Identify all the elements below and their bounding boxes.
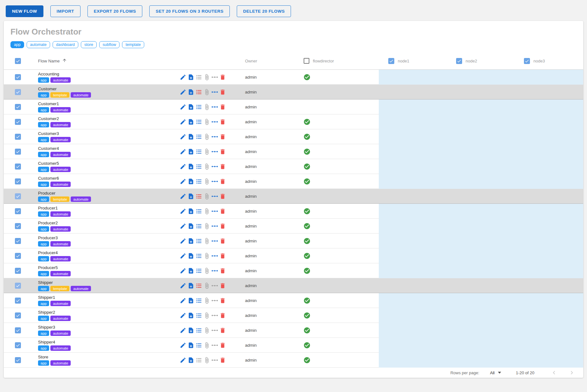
attachment-icon[interactable] [203, 208, 210, 215]
note-add-icon[interactable] [187, 312, 195, 319]
edit-icon[interactable] [179, 342, 187, 349]
row-checkbox[interactable] [15, 283, 21, 289]
attachment-icon[interactable] [203, 357, 210, 364]
row-checkbox[interactable] [15, 74, 21, 80]
new-flow-button[interactable]: NEW FLOW [6, 5, 43, 17]
row-checkbox[interactable] [15, 298, 21, 304]
commit-icon[interactable] [211, 88, 218, 96]
note-add-icon[interactable] [187, 237, 195, 245]
edit-icon[interactable] [179, 74, 187, 81]
row-checkbox[interactable] [15, 253, 21, 259]
delete-icon[interactable] [219, 237, 226, 245]
row-checkbox[interactable] [15, 149, 21, 155]
delete-icon[interactable] [219, 312, 226, 319]
delete-icon[interactable] [219, 282, 226, 289]
list-icon[interactable] [195, 327, 203, 334]
edit-icon[interactable] [179, 88, 187, 96]
row-checkbox[interactable] [15, 164, 21, 170]
edit-icon[interactable] [179, 267, 187, 274]
row-checkbox[interactable] [15, 89, 21, 95]
delete-icon[interactable] [219, 297, 226, 304]
list-icon[interactable] [195, 252, 203, 260]
note-add-icon[interactable] [187, 118, 195, 125]
attachment-icon[interactable] [203, 282, 210, 289]
note-add-icon[interactable] [187, 133, 195, 140]
commit-icon[interactable] [211, 74, 218, 81]
list-icon[interactable] [195, 282, 203, 289]
delete-icon[interactable] [219, 178, 226, 185]
delete-icon[interactable] [219, 357, 226, 364]
rows-per-page-select[interactable]: All [490, 370, 501, 375]
commit-icon[interactable] [211, 133, 218, 140]
list-icon[interactable] [195, 88, 203, 96]
commit-icon[interactable] [211, 208, 218, 215]
node2-checkbox[interactable] [456, 58, 462, 64]
commit-icon[interactable] [211, 193, 218, 200]
delete-icon[interactable] [219, 208, 226, 215]
list-icon[interactable] [195, 237, 203, 245]
delete-icon[interactable] [219, 193, 226, 200]
filter-chip-template[interactable]: template [122, 41, 144, 48]
edit-icon[interactable] [179, 297, 187, 304]
list-icon[interactable] [195, 118, 203, 125]
row-checkbox[interactable] [15, 208, 21, 214]
note-add-icon[interactable] [187, 327, 195, 334]
filter-chip-automate[interactable]: automate [27, 41, 50, 48]
attachment-icon[interactable] [203, 118, 210, 125]
attachment-icon[interactable] [203, 267, 210, 274]
delete-icon[interactable] [219, 327, 226, 334]
row-checkbox[interactable] [15, 223, 21, 229]
commit-icon[interactable] [211, 327, 218, 334]
commit-icon[interactable] [211, 148, 218, 155]
next-page-button[interactable] [568, 369, 576, 376]
delete-icon[interactable] [219, 103, 226, 111]
note-add-icon[interactable] [187, 103, 195, 111]
commit-icon[interactable] [211, 252, 218, 260]
edit-icon[interactable] [179, 312, 187, 319]
edit-icon[interactable] [179, 282, 187, 289]
edit-icon[interactable] [179, 163, 187, 170]
list-icon[interactable] [195, 208, 203, 215]
note-add-icon[interactable] [187, 148, 195, 155]
row-checkbox[interactable] [15, 193, 21, 199]
row-checkbox[interactable] [15, 268, 21, 274]
commit-icon[interactable] [211, 312, 218, 319]
attachment-icon[interactable] [203, 148, 210, 155]
list-icon[interactable] [195, 297, 203, 304]
node3-checkbox[interactable] [524, 58, 530, 64]
note-add-icon[interactable] [187, 88, 195, 96]
row-checkbox[interactable] [15, 357, 21, 363]
edit-icon[interactable] [179, 148, 187, 155]
edit-icon[interactable] [179, 118, 187, 125]
delete-icon[interactable] [219, 267, 226, 274]
note-add-icon[interactable] [187, 357, 195, 364]
commit-icon[interactable] [211, 222, 218, 230]
delete-icon[interactable] [219, 88, 226, 96]
delete-icon[interactable] [219, 148, 226, 155]
delete-icon[interactable] [219, 118, 226, 125]
select-all-checkbox[interactable] [15, 58, 21, 64]
note-add-icon[interactable] [187, 267, 195, 274]
row-checkbox[interactable] [15, 342, 21, 348]
list-icon[interactable] [195, 342, 203, 349]
note-add-icon[interactable] [187, 222, 195, 230]
commit-icon[interactable] [211, 237, 218, 245]
delete-flows-button[interactable]: DELETE 20 FLOWS [237, 5, 291, 17]
row-checkbox[interactable] [15, 119, 21, 125]
attachment-icon[interactable] [203, 342, 210, 349]
edit-icon[interactable] [179, 103, 187, 111]
commit-icon[interactable] [211, 103, 218, 111]
row-checkbox[interactable] [15, 238, 21, 244]
attachment-icon[interactable] [203, 133, 210, 140]
note-add-icon[interactable] [187, 252, 195, 260]
edit-icon[interactable] [179, 327, 187, 334]
commit-icon[interactable] [211, 118, 218, 125]
edit-icon[interactable] [179, 222, 187, 230]
node1-checkbox[interactable] [388, 58, 394, 64]
list-icon[interactable] [195, 163, 203, 170]
attachment-icon[interactable] [203, 88, 210, 96]
row-checkbox[interactable] [15, 178, 21, 184]
edit-icon[interactable] [179, 252, 187, 260]
commit-icon[interactable] [211, 282, 218, 289]
row-checkbox[interactable] [15, 312, 21, 318]
